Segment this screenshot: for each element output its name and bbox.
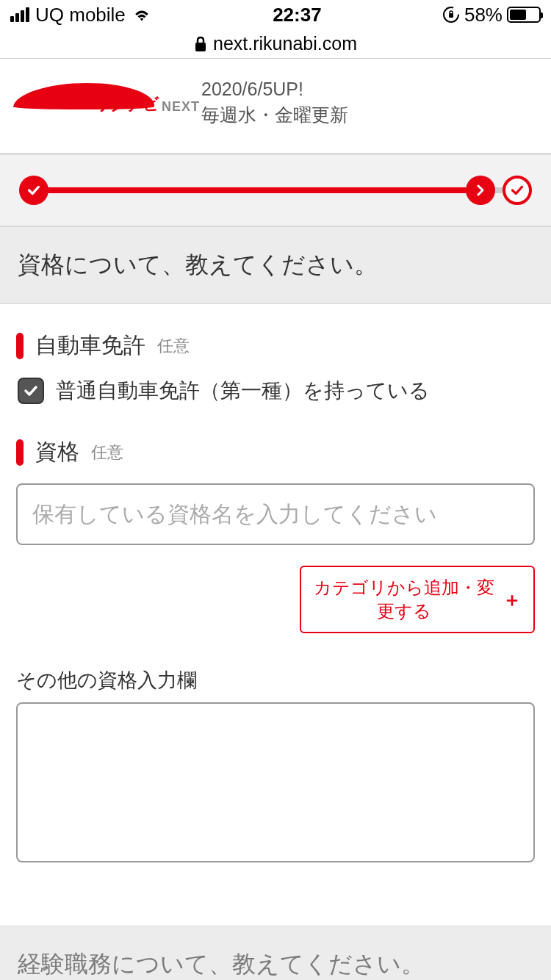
license-checkbox[interactable] [18, 378, 44, 404]
site-header: リクナビ NEXT 2020/6/5UP! 毎週水・金曜更新 [0, 59, 551, 154]
progress-step-current [466, 176, 495, 205]
status-right: 58% [442, 4, 541, 26]
progress-bar [0, 154, 551, 226]
license-label: 自動車免許 [35, 331, 145, 361]
update-date: 2020/6/5UP! [201, 76, 348, 102]
url-text: next.rikunabi.com [213, 33, 357, 54]
field-label-qualifications: 資格 任意 [16, 437, 535, 467]
progress-step-done [19, 176, 48, 205]
orientation-lock-icon [442, 6, 460, 24]
wifi-icon [132, 7, 152, 23]
logo-en: NEXT [162, 99, 200, 115]
other-qualifications-label: その他の資格入力欄 [16, 667, 535, 693]
url-bar[interactable]: next.rikunabi.com [0, 29, 551, 59]
field-label-license: 自動車免許 任意 [16, 331, 535, 361]
site-logo[interactable]: リクナビ NEXT [15, 83, 191, 121]
qualifications-input[interactable] [16, 483, 535, 545]
license-checkbox-row[interactable]: 普通自動車免許（第一種）を持っている [16, 377, 535, 405]
qualifications-form: 自動車免許 任意 普通自動車免許（第一種）を持っている 資格 任意 カテゴリから… [0, 304, 551, 909]
add-from-category-button[interactable]: カテゴリから追加・変更する ＋ [300, 566, 535, 633]
check-icon [26, 182, 42, 198]
carrier-label: UQ mobile [35, 4, 126, 26]
accent-pill-icon [16, 333, 24, 359]
svg-rect-1 [449, 13, 453, 18]
progress-step-next [503, 176, 532, 205]
svg-rect-2 [195, 43, 206, 51]
category-button-label: カテゴリから追加・変更する [313, 576, 495, 623]
optional-badge: 任意 [91, 442, 123, 464]
lock-icon [194, 36, 207, 52]
logo-jp: リクナビ [94, 93, 159, 115]
check-icon [22, 382, 40, 400]
section-heading-qualifications: 資格について、教えてください。 [0, 226, 551, 304]
section-title: 経験職務について、教えてください。 [18, 948, 533, 980]
status-bar: UQ mobile 22:37 58% [0, 0, 551, 29]
battery-pct: 58% [464, 4, 503, 26]
license-checkbox-label: 普通自動車免許（第一種）を持っている [56, 377, 430, 405]
accent-pill-icon [16, 439, 24, 466]
chevron-right-icon [475, 184, 486, 196]
battery-icon [507, 7, 541, 23]
header-meta: 2020/6/5UP! 毎週水・金曜更新 [201, 76, 348, 128]
optional-badge: 任意 [157, 335, 190, 357]
qualifications-label: 資格 [35, 437, 79, 467]
clock: 22:37 [273, 4, 322, 26]
update-schedule: 毎週水・金曜更新 [201, 102, 348, 128]
other-qualifications-textarea[interactable] [16, 702, 535, 862]
section-title: 資格について、教えてください。 [18, 249, 533, 281]
plus-icon: ＋ [503, 587, 522, 613]
status-left: UQ mobile [10, 4, 152, 26]
check-icon [509, 182, 525, 198]
signal-icon [10, 7, 29, 22]
section-heading-experience: 経験職務について、教えてください。 [0, 926, 551, 980]
